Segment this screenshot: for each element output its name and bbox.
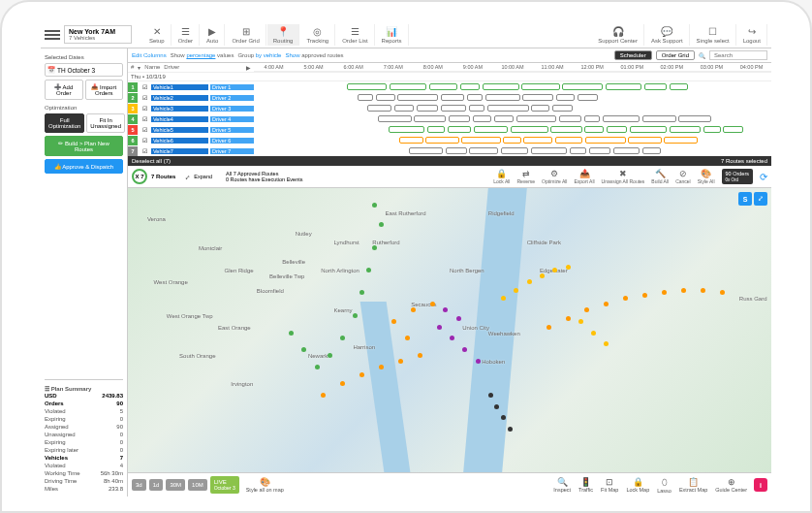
route-marker[interactable] [379, 365, 384, 369]
add-order-button[interactable]: ➕ Add Order [45, 80, 83, 100]
maptool-cancel[interactable]: ⊘Cancel [672, 169, 694, 184]
edit-columns-link[interactable]: Edit Columns [132, 52, 167, 58]
maptool-reverse[interactable]: ⇄Reverse [514, 169, 538, 184]
bottom-traffic[interactable]: 🚦Traffic [575, 477, 597, 494]
route-marker[interactable] [418, 353, 422, 358]
bottom-extract-map[interactable]: 📋Extract Map [675, 477, 711, 494]
show-approved-toggle[interactable]: Show approved routes [285, 52, 343, 58]
top-ask-support[interactable]: 💬Ask Support [645, 24, 690, 46]
route-marker[interactable] [328, 353, 332, 358]
orders-count-badge[interactable]: 90 Orders 0x Ord [722, 169, 753, 184]
fullscreen-icon[interactable]: ⤢ [754, 192, 767, 206]
search-input[interactable] [709, 50, 767, 60]
route-marker[interactable] [681, 288, 686, 293]
bottom-lock-map[interactable]: 🔒Lock Map [622, 477, 653, 494]
route-marker[interactable] [566, 316, 571, 321]
map-place-label: Hoboken [482, 359, 505, 365]
plan-row: USD2439.83 [45, 392, 123, 400]
route-marker[interactable] [391, 319, 396, 324]
map-place-label: Ridgefield [488, 210, 515, 216]
nav-auto[interactable]: ▶Auto [201, 24, 225, 46]
map-place-label: Union City [462, 325, 489, 331]
bottom-guide-center[interactable]: ⊕Guide Center [711, 477, 751, 494]
fit-in-unassigned-button[interactable]: Fit In Unassigned [86, 113, 125, 133]
bottom-inspect[interactable]: 🔍Inspect [549, 477, 575, 494]
gantt-row[interactable]: 2☑Vehicle2Driver 2 [128, 92, 771, 103]
map-canvas[interactable]: VeronaMontclairWest OrangeGlen RidgeBloo… [128, 188, 771, 472]
map-place-label: Irvington [231, 381, 253, 387]
top-support-center[interactable]: 🎧Support Center [592, 24, 644, 46]
zoom-1d[interactable]: 1d [149, 479, 164, 491]
zoom-10m[interactable]: 10M [188, 479, 207, 491]
route-marker[interactable] [547, 325, 551, 330]
gantt-row[interactable]: 1☑Vehicle1Driver 1 [128, 81, 771, 92]
nav-routing[interactable]: 📍Routing [267, 24, 300, 46]
route-marker[interactable] [405, 336, 410, 340]
bottom-fit-map[interactable]: ⊡Fit Map [597, 477, 622, 494]
date-selector[interactable]: 📅 TH October 3 [45, 63, 123, 77]
route-marker[interactable] [591, 331, 596, 336]
bottom-toolbar: 3d 1d 30M 10M LIVEOctober 3 🎨Style all o… [128, 472, 771, 497]
order-grid-tab[interactable]: Order Grid [656, 50, 695, 60]
live-button[interactable]: LIVEOctober 3 [210, 476, 239, 494]
route-marker[interactable] [289, 331, 294, 336]
route-marker[interactable] [398, 359, 403, 364]
gantt-row[interactable]: 4☑Vehicle4Driver 4 [128, 113, 771, 124]
nav-setup[interactable]: ✕Setup [143, 24, 172, 46]
top-logout[interactable]: ↪Logout [737, 24, 767, 46]
nav-order-list[interactable]: ☰Order List [336, 24, 374, 46]
route-marker[interactable] [578, 319, 583, 324]
route-marker[interactable] [566, 265, 571, 270]
map-place-label: Harrison [353, 344, 375, 350]
import-orders-button[interactable]: 📥 Import Orders [85, 80, 124, 100]
route-marker[interactable] [527, 279, 532, 284]
route-marker[interactable] [488, 393, 493, 398]
plan-summary-label: ☰ Plan Summary [45, 385, 123, 392]
nav-order-grid[interactable]: ⊞Order Grid [226, 24, 265, 46]
location-selector[interactable]: New York 7AM 7 Vehicles [64, 25, 132, 44]
show-pct-toggle[interactable]: Show percentage values [171, 52, 234, 58]
nav-order[interactable]: ☰Order [172, 24, 200, 46]
gantt-row[interactable]: 5☑Vehicle5Driver 5 [128, 124, 771, 135]
deselect-all-button[interactable]: Deselect all (7) [132, 158, 171, 164]
maptool-optimize-all[interactable]: ⚙Optimize All [539, 169, 570, 184]
nav-tracking[interactable]: ◎Tracking [300, 24, 335, 46]
route-marker[interactable] [366, 268, 371, 273]
route-marker[interactable] [372, 203, 377, 208]
gantt-row[interactable]: 3☑Vehicle3Driver 3 [128, 103, 771, 113]
route-marker[interactable] [701, 288, 705, 293]
refresh-icon[interactable]: ⟳ [760, 172, 767, 182]
info-button[interactable]: i [754, 478, 767, 492]
maptool-build-all[interactable]: 🔨Build All [648, 169, 671, 184]
maptool-export-all[interactable]: 📤Export All [571, 169, 597, 184]
maptool-style-all[interactable]: 🎨Style All [695, 169, 718, 184]
gantt-row[interactable]: 7☑Vehicle7Driver 7 [128, 145, 771, 156]
route-marker[interactable] [315, 365, 320, 369]
route-marker[interactable] [508, 427, 513, 432]
map-place-label: Rutherford [372, 240, 399, 245]
route-marker[interactable] [372, 245, 377, 250]
gantt-row[interactable]: 6☑Vehicle6Driver 6 [128, 135, 771, 145]
nav-reports[interactable]: 📊Reports [376, 24, 409, 46]
approve-dispatch-button[interactable]: 👍 Approve & Dispatch [45, 159, 123, 174]
menu-icon[interactable] [45, 30, 60, 40]
bottom-lasso[interactable]: ⬯Lasso [653, 477, 675, 494]
maptool-unassign-all-routes[interactable]: ✖Unassign All Routes [599, 169, 648, 184]
route-marker[interactable] [437, 325, 442, 330]
zoom-30m[interactable]: 30M [166, 479, 185, 491]
build-routes-button[interactable]: ✏ Build > Plan New Routes [45, 136, 123, 156]
route-marker[interactable] [540, 273, 545, 278]
style-all-map-button[interactable]: 🎨Style all on map [242, 477, 288, 493]
group-by-toggle[interactable]: Group by vehicle [237, 52, 281, 58]
route-count-badge[interactable]: X 7 [132, 169, 147, 184]
scheduler-tab[interactable]: Scheduler [614, 50, 652, 60]
route-marker[interactable] [456, 316, 461, 321]
route-marker[interactable] [476, 359, 481, 364]
maptool-lock-all[interactable]: 🔒Lock All [490, 169, 513, 184]
top-single-select[interactable]: ☐Single select [691, 24, 736, 46]
full-optimization-button[interactable]: Full Optimization [45, 113, 84, 133]
map-place-label: Belleville Twp [269, 273, 304, 279]
expand-button[interactable]: Expand [194, 174, 212, 179]
zoom-3d[interactable]: 3d [132, 479, 146, 491]
satellite-toggle[interactable]: S [738, 192, 752, 206]
